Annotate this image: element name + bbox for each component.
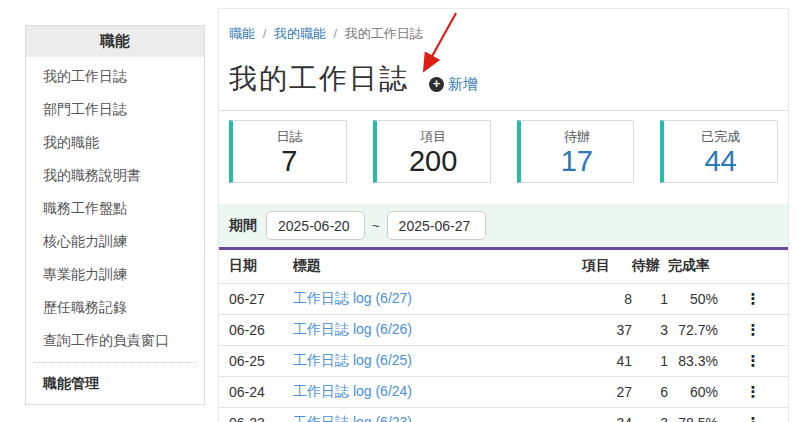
stat-value: 17 — [521, 147, 634, 176]
stat-label: 日誌 — [233, 128, 346, 146]
stat-card-logs: 日誌 7 — [229, 120, 347, 183]
cell-items: 27 — [582, 376, 632, 407]
cell-completion: 78.5% — [668, 407, 718, 422]
table-row: 06-25 工作日誌 log (6/25) 41 1 83.3% ⋮ — [219, 345, 788, 376]
cell-completion: 60% — [668, 376, 718, 407]
cell-items: 8 — [582, 283, 632, 314]
period-filter-bar: 期間 ~ — [219, 204, 788, 250]
cell-title: 工作日誌 log (6/27) — [293, 283, 582, 314]
cell-todo: 1 — [632, 345, 668, 376]
cell-todo: 3 — [632, 314, 668, 345]
main-panel: 職能 / 我的職能 / 我的工作日誌 我的工作日誌 + 新增 日誌 7 項目 2… — [218, 8, 789, 422]
work-log-table: 日期 標題 項目 待辦 完成率 06-27 工作日誌 log (6/27) 8 … — [219, 250, 788, 422]
period-label: 期間 — [229, 217, 257, 235]
cell-date: 06-26 — [219, 314, 293, 345]
cell-title: 工作日誌 log (6/24) — [293, 376, 582, 407]
table-row: 06-27 工作日誌 log (6/27) 8 1 50% ⋮ — [219, 283, 788, 314]
stat-value: 200 — [377, 147, 490, 176]
breadcrumb-separator: / — [263, 26, 267, 41]
cell-completion: 72.7% — [668, 314, 718, 345]
breadcrumb-separator: / — [334, 26, 338, 41]
sidebar-item-competency-management[interactable]: 職能管理 — [26, 367, 204, 400]
cell-items: 34 — [582, 407, 632, 422]
cell-completion: 50% — [668, 283, 718, 314]
header-items: 項目 — [582, 250, 632, 283]
sidebar-item-my-job-description[interactable]: 我的職務說明書 — [26, 159, 204, 192]
stat-label: 已完成 — [664, 128, 777, 146]
cell-title: 工作日誌 log (6/25) — [293, 345, 582, 376]
stat-card-todo: 待辦 17 — [517, 120, 635, 183]
cell-title: 工作日誌 log (6/26) — [293, 314, 582, 345]
stat-card-completed: 已完成 44 — [660, 120, 778, 183]
date-to-input[interactable] — [387, 211, 486, 240]
stat-label: 項目 — [377, 128, 490, 146]
stat-value: 44 — [664, 147, 777, 176]
sidebar-item-my-work-log[interactable]: 我的工作日誌 — [26, 60, 204, 93]
sidebar-item-professional-training[interactable]: 專業能力訓練 — [26, 258, 204, 291]
page-title: 我的工作日誌 — [229, 60, 409, 98]
kebab-menu-icon[interactable]: ⋮ — [746, 415, 761, 422]
breadcrumb-link-my-competency[interactable]: 我的職能 — [274, 26, 326, 41]
date-from-input[interactable] — [266, 211, 365, 240]
stat-value: 7 — [233, 147, 346, 176]
cell-date: 06-25 — [219, 345, 293, 376]
cell-items: 37 — [582, 314, 632, 345]
cell-date: 06-27 — [219, 283, 293, 314]
stat-card-items: 項目 200 — [373, 120, 491, 183]
log-link[interactable]: 工作日誌 log (6/26) — [293, 321, 412, 337]
header-todo: 待辦 — [632, 250, 668, 283]
cell-title: 工作日誌 log (6/23) — [293, 407, 582, 422]
kebab-menu-icon[interactable]: ⋮ — [746, 353, 761, 368]
log-link[interactable]: 工作日誌 log (6/24) — [293, 383, 412, 399]
header-menu — [718, 250, 788, 283]
period-separator: ~ — [372, 218, 380, 233]
cell-date: 06-24 — [219, 376, 293, 407]
plus-circle-icon: + — [429, 77, 444, 92]
cell-todo: 3 — [632, 407, 668, 422]
sidebar-item-my-competency[interactable]: 我的職能 — [26, 126, 204, 159]
table-row: 06-26 工作日誌 log (6/26) 37 3 72.7% ⋮ — [219, 314, 788, 345]
cell-date: 06-23 — [219, 407, 293, 422]
table-row: 06-24 工作日誌 log (6/24) 27 6 60% ⋮ — [219, 376, 788, 407]
log-link[interactable]: 工作日誌 log (6/27) — [293, 290, 412, 306]
sidebar: 職能 我的工作日誌 部門工作日誌 我的職能 我的職務說明書 職務工作盤點 核心能… — [25, 25, 205, 405]
cell-items: 41 — [582, 345, 632, 376]
cell-todo: 1 — [632, 283, 668, 314]
kebab-menu-icon[interactable]: ⋮ — [746, 322, 761, 337]
sidebar-title: 職能 — [26, 26, 204, 57]
cell-completion: 83.3% — [668, 345, 718, 376]
kebab-menu-icon[interactable]: ⋮ — [746, 384, 761, 399]
add-button[interactable]: + 新增 — [429, 75, 478, 94]
table-row: 06-23 工作日誌 log (6/23) 34 3 78.5% ⋮ — [219, 407, 788, 422]
add-button-label: 新增 — [448, 75, 478, 94]
sidebar-item-past-positions[interactable]: 歷任職務記錄 — [26, 291, 204, 324]
header-title: 標題 — [293, 250, 582, 283]
header-date: 日期 — [219, 250, 293, 283]
kebab-menu-icon[interactable]: ⋮ — [746, 291, 761, 306]
breadcrumb-link-competency[interactable]: 職能 — [229, 26, 255, 41]
sidebar-item-contact-lookup[interactable]: 查詢工作的負責窗口 — [26, 324, 204, 357]
sidebar-item-job-inventory[interactable]: 職務工作盤點 — [26, 192, 204, 225]
stats-row: 日誌 7 項目 200 待辦 17 已完成 44 — [219, 111, 788, 183]
sidebar-divider — [34, 362, 196, 363]
log-link[interactable]: 工作日誌 log (6/23) — [293, 414, 412, 422]
sidebar-item-core-training[interactable]: 核心能力訓練 — [26, 225, 204, 258]
breadcrumb: 職能 / 我的職能 / 我的工作日誌 — [219, 9, 788, 43]
table-header-row: 日期 標題 項目 待辦 完成率 — [219, 250, 788, 283]
title-row: 我的工作日誌 + 新增 — [219, 60, 788, 98]
sidebar-menu: 我的工作日誌 部門工作日誌 我的職能 我的職務說明書 職務工作盤點 核心能力訓練… — [26, 57, 204, 357]
breadcrumb-current: 我的工作日誌 — [345, 26, 423, 41]
log-link[interactable]: 工作日誌 log (6/25) — [293, 352, 412, 368]
header-completion: 完成率 — [668, 250, 718, 283]
sidebar-item-dept-work-log[interactable]: 部門工作日誌 — [26, 93, 204, 126]
cell-todo: 6 — [632, 376, 668, 407]
stat-label: 待辦 — [521, 128, 634, 146]
